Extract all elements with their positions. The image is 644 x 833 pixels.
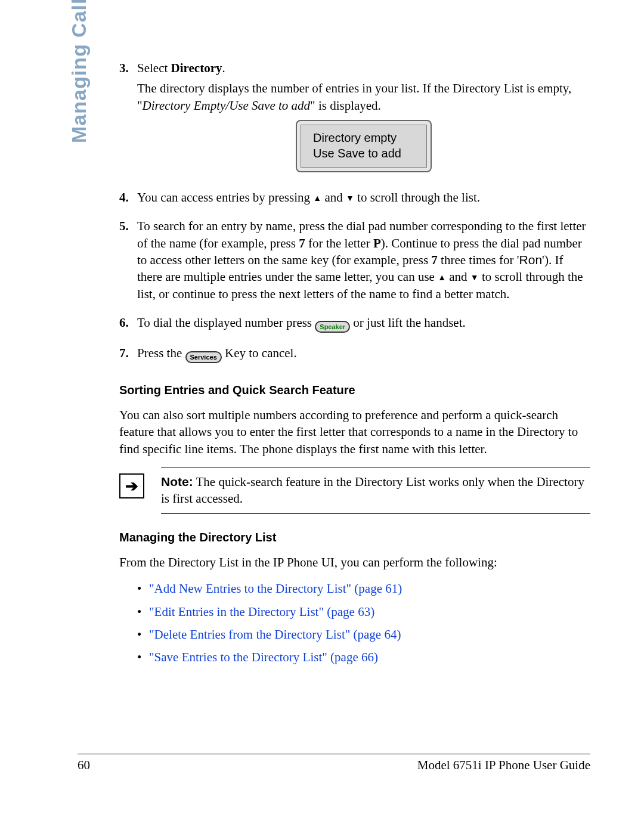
xref-item: "Edit Entries in the Directory List" (pa… <box>137 603 590 620</box>
speaker-key-icon: Speaker <box>315 321 350 333</box>
footer-rule <box>78 754 590 754</box>
step-list: 3. Select Directory. The directory displ… <box>119 60 590 367</box>
step-number: 4. <box>119 189 137 209</box>
services-key-icon: Services <box>185 351 222 363</box>
xref-list: "Add New Entries to the Directory List" … <box>137 580 590 665</box>
xref-link-add[interactable]: "Add New Entries to the Directory List" <box>149 581 351 596</box>
xref-page[interactable]: (page 64) <box>350 627 401 642</box>
text: for the letter <box>305 236 373 250</box>
lcd-line-2: Use Save to add <box>313 145 414 161</box>
text: to scroll through the list. <box>354 190 480 205</box>
xref-page[interactable]: (page 66) <box>327 650 378 664</box>
text: Select <box>137 61 171 75</box>
text-italic: Directory Empty/Use Save to add <box>143 98 310 113</box>
xref-link-save[interactable]: "Save Entries to the Directory List" <box>149 650 327 664</box>
note-arrow-icon: ➔ <box>119 473 144 498</box>
lcd-line-1: Directory empty <box>313 130 414 145</box>
letter-p: P <box>373 236 381 250</box>
lcd-screen: Directory empty Use Save to add <box>301 125 427 168</box>
text: Press the <box>137 346 185 360</box>
lcd-figure: Directory empty Use Save to add <box>137 120 590 172</box>
section-heading-managing: Managing the Directory List <box>119 529 590 546</box>
down-arrow-icon: ▼ <box>470 272 479 284</box>
note-text: Note: The quick-search feature in the Di… <box>161 473 590 507</box>
step-body: Press the Services Key to cancel. <box>137 345 590 367</box>
text: or just lift the handset. <box>353 315 465 330</box>
xref-page[interactable]: (page 61) <box>351 581 402 596</box>
key-7: 7 <box>299 236 305 250</box>
xref-item: "Save Entries to the Directory List" (pa… <box>137 649 590 665</box>
text: three times for ' <box>438 253 519 267</box>
step-body: Select Directory. The directory displays… <box>137 60 590 181</box>
step-5: 5. To search for an entry by name, press… <box>119 218 590 306</box>
section-intro: From the Directory List in the IP Phone … <box>119 554 590 571</box>
note-body: The quick-search feature in the Director… <box>161 475 584 506</box>
step-body: To search for an entry by name, press th… <box>137 218 590 306</box>
text: and <box>321 190 346 205</box>
text: Key to cancel. <box>225 346 297 360</box>
main-content: 3. Select Directory. The directory displ… <box>119 60 590 672</box>
xref-link-edit[interactable]: "Edit Entries in the Directory List" <box>149 605 324 619</box>
step-number: 3. <box>119 60 137 181</box>
lcd-frame: Directory empty Use Save to add <box>296 120 432 172</box>
step-7: 7. Press the Services Key to cancel. <box>119 345 590 367</box>
down-arrow-icon: ▼ <box>346 193 354 205</box>
side-tab: Managing Calls <box>66 0 93 143</box>
step-4: 4. You can access entries by pressing ▲ … <box>119 189 590 209</box>
xref-item: "Add New Entries to the Directory List" … <box>137 580 590 597</box>
step-3: 3. Select Directory. The directory displ… <box>119 60 590 181</box>
step-body: To dial the displayed number press Speak… <box>137 314 590 336</box>
section-heading-sorting: Sorting Entries and Quick Search Feature <box>119 382 590 398</box>
note-block: ➔ Note: The quick-search feature in the … <box>161 467 590 514</box>
key-7: 7 <box>431 253 438 267</box>
up-arrow-icon: ▲ <box>313 193 321 205</box>
step-body: You can access entries by pressing ▲ and… <box>137 189 590 209</box>
step-number: 5. <box>119 218 137 306</box>
xref-item: "Delete Entries from the Directory List"… <box>137 626 590 643</box>
footer-title: Model 6751i IP Phone User Guide <box>417 757 590 773</box>
step-number: 6. <box>119 314 137 336</box>
name-ron: Ron <box>519 253 543 267</box>
up-arrow-icon: ▲ <box>438 272 446 284</box>
text: and <box>446 270 470 284</box>
page-footer: 60 Model 6751i IP Phone User Guide <box>78 754 590 773</box>
note-lead: Note: <box>161 475 193 488</box>
directory-label: Directory <box>171 61 222 75</box>
section-body: You can also sort multiple numbers accor… <box>119 407 590 457</box>
xref-page[interactable]: (page 63) <box>324 605 374 619</box>
xref-link-delete[interactable]: "Delete Entries from the Directory List" <box>149 627 350 642</box>
text: " is displayed. <box>310 98 381 113</box>
step-number: 7. <box>119 345 137 367</box>
text: To dial the displayed number press <box>137 315 315 330</box>
page-number: 60 <box>78 757 90 773</box>
text: You can access entries by pressing <box>137 190 313 205</box>
text: . <box>222 61 225 75</box>
step-6: 6. To dial the displayed number press Sp… <box>119 314 590 336</box>
